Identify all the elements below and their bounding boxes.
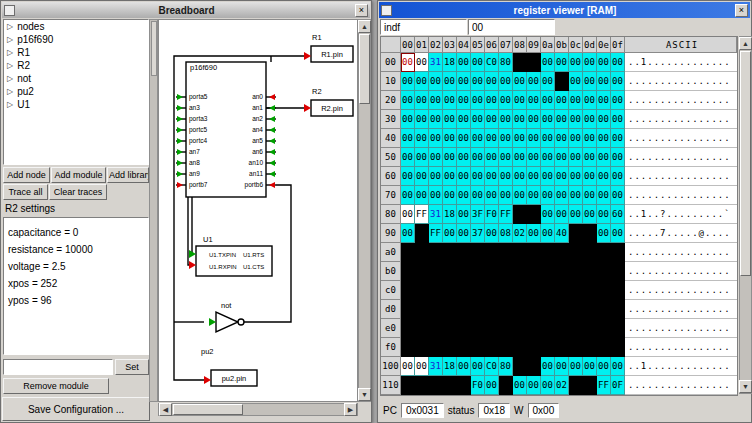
add-library-button[interactable]: Add library (107, 167, 149, 183)
tree-item-U1[interactable]: ▷U1 (4, 98, 148, 111)
register-cell-c0-02[interactable] (429, 281, 443, 300)
register-cell-e0-03[interactable] (443, 319, 457, 338)
register-cell-30-09[interactable]: 00 (527, 110, 541, 129)
add-node-button[interactable]: Add node (3, 167, 50, 183)
pin-label-portc4[interactable]: portc4 (189, 137, 207, 145)
register-cell-a0-03[interactable] (443, 243, 457, 262)
add-module-button[interactable]: Add module (51, 167, 106, 183)
register-cell-60-0c[interactable]: 00 (569, 167, 583, 186)
register-cell-110-07[interactable] (499, 376, 513, 395)
register-cell-b0-03[interactable] (443, 262, 457, 281)
clear-traces-button[interactable]: Clear traces (49, 184, 107, 200)
register-cell-f0-0a[interactable] (541, 338, 555, 357)
register-cell-e0-09[interactable] (527, 319, 541, 338)
register-cell-f0-05[interactable] (471, 338, 485, 357)
register-cell-10-03[interactable]: 00 (443, 72, 457, 91)
register-cell-90-04[interactable]: 00 (457, 224, 471, 243)
close-icon[interactable]: × (735, 4, 748, 17)
register-cell-b0-0f[interactable] (611, 262, 625, 281)
tree-scrollbar[interactable] (149, 19, 158, 402)
register-cell-110-08[interactable]: 00 (513, 376, 527, 395)
register-cell-d0-07[interactable] (499, 300, 513, 319)
register-cell-e0-08[interactable] (513, 319, 527, 338)
register-cell-40-0c[interactable]: 00 (569, 129, 583, 148)
register-cell-110-09[interactable]: 00 (527, 376, 541, 395)
register-cell-c0-01[interactable] (415, 281, 429, 300)
register-cell-40-04[interactable]: 00 (457, 129, 471, 148)
register-cell-80-0b[interactable]: 00 (555, 205, 569, 224)
register-cell-a0-07[interactable] (499, 243, 513, 262)
register-cell-b0-01[interactable] (415, 262, 429, 281)
pin-label-an3[interactable]: an3 (189, 104, 200, 111)
register-cell-80-0c[interactable]: 00 (569, 205, 583, 224)
expander-icon[interactable]: ▷ (7, 100, 13, 109)
register-cell-d0-05[interactable] (471, 300, 485, 319)
register-cell-f0-06[interactable] (485, 338, 499, 357)
register-cell-90-03[interactable]: 00 (443, 224, 457, 243)
register-cell-100-0b[interactable]: 00 (555, 357, 569, 376)
register-cell-20-0a[interactable]: 00 (541, 91, 555, 110)
register-cell-10-01[interactable]: 00 (415, 72, 429, 91)
register-cell-100-05[interactable]: 00 (471, 357, 485, 376)
register-cell-f0-01[interactable] (415, 338, 429, 357)
trace-all-button[interactable]: Trace all (3, 184, 48, 200)
register-cell-30-02[interactable]: 00 (429, 110, 443, 129)
register-cell-b0-02[interactable] (429, 262, 443, 281)
register-cell-a0-08[interactable] (513, 243, 527, 262)
register-cell-10-0e[interactable]: 00 (597, 72, 611, 91)
scrollbar-thumb[interactable] (359, 34, 370, 104)
register-cell-d0-0d[interactable] (583, 300, 597, 319)
register-cell-f0-0f[interactable] (611, 338, 625, 357)
scroll-up-icon[interactable]: ▲ (739, 37, 752, 50)
pin-label-portb7[interactable]: portb7 (189, 181, 208, 189)
register-cell-110-0a[interactable]: 00 (541, 376, 555, 395)
pin-label-an8[interactable]: an8 (189, 159, 200, 166)
attribute-entry[interactable] (3, 359, 113, 375)
register-cell-c0-09[interactable] (527, 281, 541, 300)
register-cell-100-08[interactable] (513, 357, 527, 376)
register-cell-90-0e[interactable]: 00 (597, 224, 611, 243)
register-cell-10-0d[interactable]: 00 (583, 72, 597, 91)
pin-label-an10[interactable]: an10 (249, 159, 264, 166)
register-cell-110-0e[interactable]: FF (597, 376, 611, 395)
save-configuration-button[interactable]: Save Configuration ... (2, 397, 150, 421)
register-cell-a0-02[interactable] (429, 243, 443, 262)
register-cell-40-08[interactable]: 00 (513, 129, 527, 148)
register-cell-90-02[interactable]: FF (429, 224, 443, 243)
register-cell-40-0f[interactable]: 00 (611, 129, 625, 148)
register-cell-f0-00[interactable] (401, 338, 415, 357)
canvas-hscrollbar[interactable]: ◀ ▶ (158, 403, 358, 416)
register-cell-100-01[interactable]: 00 (415, 357, 429, 376)
register-cell-00-02[interactable]: 31 (429, 53, 443, 72)
register-cell-d0-0c[interactable] (569, 300, 583, 319)
register-cell-30-00[interactable]: 00 (401, 110, 415, 129)
register-cell-20-02[interactable]: 00 (429, 91, 443, 110)
u1-box[interactable] (196, 246, 272, 276)
expander-icon[interactable]: ▷ (7, 61, 13, 70)
register-cell-f0-03[interactable] (443, 338, 457, 357)
register-cell-30-0d[interactable]: 00 (583, 110, 597, 129)
register-cell-50-04[interactable]: 00 (457, 148, 471, 167)
register-cell-30-0b[interactable]: 00 (555, 110, 569, 129)
register-cell-50-02[interactable]: 00 (429, 148, 443, 167)
pin-label-portb6[interactable]: portb6 (245, 181, 264, 189)
register-cell-00-00[interactable]: 00 (401, 53, 415, 72)
register-cell-90-0c[interactable] (569, 224, 583, 243)
register-cell-30-01[interactable]: 00 (415, 110, 429, 129)
register-cell-40-0d[interactable]: 00 (583, 129, 597, 148)
tree-item-R1[interactable]: ▷R1 (4, 46, 148, 59)
register-cell-a0-06[interactable] (485, 243, 499, 262)
register-cell-f0-08[interactable] (513, 338, 527, 357)
register-cell-00-08[interactable] (513, 53, 527, 72)
register-cell-00-0d[interactable]: 00 (583, 53, 597, 72)
register-cell-b0-06[interactable] (485, 262, 499, 281)
register-cell-70-06[interactable]: 00 (485, 186, 499, 205)
register-cell-10-08[interactable]: 00 (513, 72, 527, 91)
register-cell-60-0d[interactable]: 00 (583, 167, 597, 186)
register-cell-00-06[interactable]: C0 (485, 53, 499, 72)
pin-label-porta5[interactable]: porta5 (189, 93, 208, 101)
register-cell-50-07[interactable]: 00 (499, 148, 513, 167)
breadboard-titlebar[interactable]: Breadboard × (2, 2, 370, 18)
register-cell-10-09[interactable]: 00 (527, 72, 541, 91)
register-cell-110-02[interactable] (429, 376, 443, 395)
